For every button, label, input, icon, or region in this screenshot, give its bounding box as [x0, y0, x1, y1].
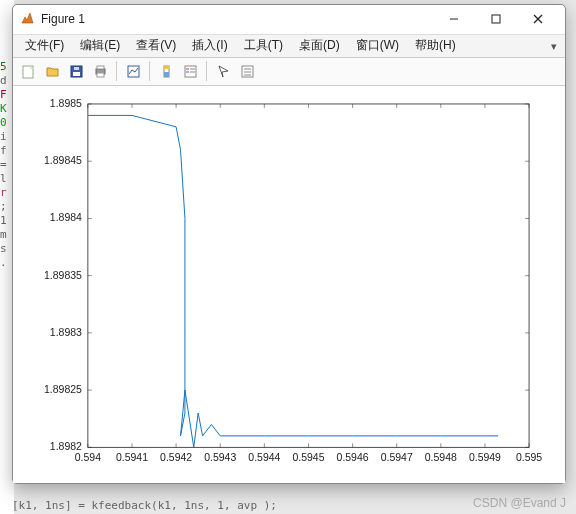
toolbar	[13, 58, 565, 86]
menu-tools[interactable]: 工具(T)	[236, 35, 291, 56]
close-button[interactable]	[517, 5, 559, 33]
save-button[interactable]	[65, 60, 87, 82]
svg-text:0.5944: 0.5944	[248, 452, 280, 463]
figure-window: Figure 1 文件(F) 编辑(E) 查看(V) 插入(I) 工具(T) 桌…	[12, 4, 566, 484]
svg-text:0.5945: 0.5945	[292, 452, 324, 463]
open-property-inspector-button[interactable]	[236, 60, 258, 82]
menu-window[interactable]: 窗口(W)	[348, 35, 407, 56]
svg-rect-13	[164, 66, 169, 69]
svg-text:1.89835: 1.89835	[44, 269, 82, 280]
svg-text:1.89825: 1.89825	[44, 384, 82, 395]
svg-text:0.5941: 0.5941	[116, 452, 148, 463]
svg-text:0.5947: 0.5947	[381, 452, 413, 463]
svg-text:0.5949: 0.5949	[469, 452, 501, 463]
menu-help[interactable]: 帮助(H)	[407, 35, 464, 56]
insert-colorbar-button[interactable]	[155, 60, 177, 82]
matlab-icon	[19, 11, 35, 27]
svg-rect-24	[88, 104, 529, 447]
svg-text:0.5946: 0.5946	[337, 452, 369, 463]
menubar: 文件(F) 编辑(E) 查看(V) 插入(I) 工具(T) 桌面(D) 窗口(W…	[13, 35, 565, 59]
maximize-button[interactable]	[475, 5, 517, 33]
watermark-text: CSDN @Evand J	[473, 496, 566, 510]
svg-rect-14	[164, 72, 169, 77]
titlebar: Figure 1	[13, 5, 565, 35]
window-title: Figure 1	[41, 12, 433, 26]
axes-area[interactable]: 0.5940.59410.59420.59430.59440.59450.594…	[13, 86, 565, 483]
link-plot-button[interactable]	[122, 60, 144, 82]
edit-plot-button[interactable]	[212, 60, 234, 82]
background-code-bottom: [k1, 1ns] = kfeedback(k1, 1ns, 1, avp );	[12, 499, 277, 512]
menu-edit[interactable]: 编辑(E)	[72, 35, 128, 56]
insert-legend-button[interactable]	[179, 60, 201, 82]
svg-text:0.5943: 0.5943	[204, 452, 236, 463]
open-button[interactable]	[41, 60, 63, 82]
menu-overflow-button[interactable]: ▾	[547, 38, 561, 55]
svg-rect-7	[74, 67, 79, 70]
chart-svg: 0.5940.59410.59420.59430.59440.59450.594…	[13, 86, 565, 483]
svg-text:1.8982: 1.8982	[50, 441, 82, 452]
minimize-button[interactable]	[433, 5, 475, 33]
svg-text:0.5942: 0.5942	[160, 452, 192, 463]
menu-insert[interactable]: 插入(I)	[184, 35, 235, 56]
svg-text:1.8985: 1.8985	[50, 98, 82, 109]
svg-text:0.5948: 0.5948	[425, 452, 457, 463]
toolbar-separator	[206, 61, 207, 81]
svg-text:1.8984: 1.8984	[50, 212, 82, 223]
menu-file[interactable]: 文件(F)	[17, 35, 72, 56]
svg-text:1.8983: 1.8983	[50, 327, 82, 338]
menu-view[interactable]: 查看(V)	[128, 35, 184, 56]
toolbar-separator	[116, 61, 117, 81]
toolbar-separator	[149, 61, 150, 81]
print-button[interactable]	[89, 60, 111, 82]
svg-text:1.89845: 1.89845	[44, 155, 82, 166]
svg-rect-1	[492, 15, 500, 23]
menu-desktop[interactable]: 桌面(D)	[291, 35, 348, 56]
svg-rect-9	[97, 66, 104, 69]
svg-rect-6	[73, 72, 80, 76]
svg-text:0.594: 0.594	[75, 452, 101, 463]
new-figure-button[interactable]	[17, 60, 39, 82]
svg-text:0.595: 0.595	[516, 452, 542, 463]
svg-rect-10	[97, 73, 104, 77]
